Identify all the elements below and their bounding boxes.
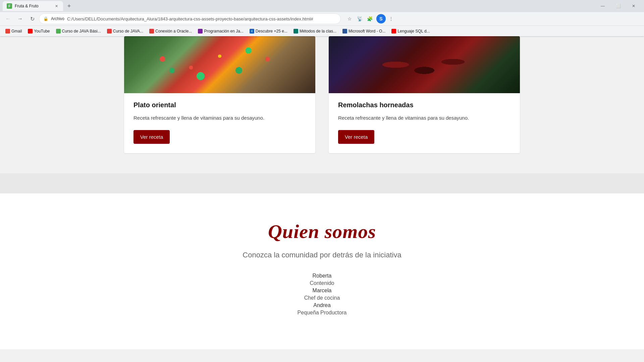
bookmark-gmail-label: Gmail [11,29,22,34]
toolbar-right: ☆ 📡 🧩 S ⋮ [345,14,396,23]
who-subtitle: Conozca la comunidad por detrás de la in… [13,251,631,259]
java-basic-favicon [56,29,61,34]
bookmark-java-basic[interactable]: Curso de JAVA Bási... [53,27,104,35]
card-desc-remolachas: Receta refrescante y llena de vitaminas … [338,114,511,122]
bookmark-java-prog-label: Programación en Ja... [204,29,243,34]
java-favicon [107,29,112,34]
close-button[interactable]: ✕ [626,0,641,12]
team-name-andrea: Andrea [313,302,331,308]
bookmark-word-label: Microsoft Word - O... [348,29,385,34]
salad-image [124,36,315,93]
bookmark-metodos[interactable]: Métodos de la clas... [291,27,339,35]
bookmark-oracle[interactable]: Conexión a Oracle... [147,27,195,35]
ver-receta-remolachas-button[interactable]: Ver receta [338,130,374,144]
bookmark-gmail[interactable]: Gmail [3,27,24,35]
bookmark-sql-label: Lenguaje SQL d... [397,29,430,34]
protocol-text: Archivo [51,16,64,21]
bookmark-sql[interactable]: Lenguaje SQL d... [389,27,432,35]
card-image-oriental [124,36,315,93]
new-tab-button[interactable]: + [64,1,74,11]
descubre-favicon: X [250,29,254,34]
ver-receta-oriental-button[interactable]: Ver receta [133,130,170,144]
word-favicon [342,29,347,34]
card-body-remolachas: Remolachas horneadas Receta refrescante … [329,93,520,153]
team-role-roberta: Contenido [310,280,334,286]
team-role-marcela: Chef de cocina [304,295,340,301]
cards-section: Plato oriental Receta refrescante y llen… [0,36,644,173]
cast-button[interactable]: 📡 [355,14,364,23]
sql-favicon [391,29,396,34]
bookmark-descubre[interactable]: X Descubre +25 e... [247,27,290,35]
active-tab[interactable]: F Fruta & Fruto ✕ [3,1,63,11]
youtube-favicon [28,29,33,34]
bookmark-java-prog[interactable]: Programación en Ja... [195,27,246,35]
profile-icon[interactable]: S [376,14,386,23]
forward-button[interactable]: → [15,13,25,24]
maximize-button[interactable]: ⬜ [610,0,626,12]
address-bar: ← → ↻ 🔒 Archivo C:/Users/DELL/Documents/… [0,12,644,25]
minimize-button[interactable]: — [595,0,610,12]
tab-title: Fruta & Fruto [15,4,51,8]
oracle-favicon [149,29,154,34]
bookmark-youtube[interactable]: YouTube [25,27,52,35]
metodos-favicon [293,29,298,34]
section-separator [0,173,644,193]
bookmark-java-label: Curso de JAVA... [113,29,143,34]
bookmark-star-button[interactable]: ☆ [345,14,354,23]
tab-close-button[interactable]: ✕ [54,3,59,9]
gmail-favicon [5,29,10,34]
menu-button[interactable]: ⋮ [386,14,396,23]
tab-bar: F Fruta & Fruto ✕ + — ⬜ ✕ [0,0,644,12]
card-image-remolachas [329,36,520,93]
card-title-oriental: Plato oriental [133,101,306,109]
recipe-card-oriental: Plato oriental Receta refrescante y llen… [124,36,315,153]
who-title: Quien somos [13,220,631,243]
browser-chrome: F Fruta & Fruto ✕ + — ⬜ ✕ ← → ↻ 🔒 Archiv… [0,0,644,36]
bookmark-java[interactable]: Curso de JAVA... [104,27,146,35]
url-address: C:/Users/DELL/Documents/Arquitectura_Alu… [67,16,336,21]
bookmark-youtube-label: YouTube [34,29,50,34]
bookmark-word[interactable]: Microsoft Word - O... [340,27,388,35]
url-bar[interactable]: 🔒 Archivo C:/Users/DELL/Documents/Arquit… [39,13,341,24]
page-content: Plato oriental Receta refrescante y llen… [0,36,644,349]
window-controls: — ⬜ ✕ [595,0,641,12]
who-section: Quien somos Conozca la comunidad por det… [0,193,644,349]
bookmark-oracle-label: Conexión a Oracle... [155,29,192,34]
bookmarks-bar: Gmail YouTube Curso de JAVA Bási... Curs… [0,25,644,36]
tab-favicon: F [7,3,12,9]
back-button[interactable]: ← [3,13,13,24]
team-list: Roberta Contenido Marcela Chef de cocina… [13,273,631,316]
bookmark-descubre-label: Descubre +25 e... [256,29,287,34]
beet-image [329,36,520,93]
bookmark-metodos-label: Métodos de la clas... [300,29,336,34]
bookmark-java-basic-label: Curso de JAVA Bási... [62,29,101,34]
lock-icon: 🔒 [43,16,48,21]
extensions-button[interactable]: 🧩 [365,14,374,23]
java-prog-favicon [198,29,203,34]
team-role-andrea: Pequeña Productora [298,310,347,316]
recipe-card-remolachas: Remolachas horneadas Receta refrescante … [329,36,520,153]
card-title-remolachas: Remolachas horneadas [338,101,511,109]
team-name-marcela: Marcela [313,288,332,294]
card-desc-oriental: Receta refrescante y llena de vitaminas … [133,114,306,122]
card-body-oriental: Plato oriental Receta refrescante y llen… [124,93,315,153]
reload-button[interactable]: ↻ [27,13,38,24]
team-name-roberta: Roberta [313,273,332,279]
